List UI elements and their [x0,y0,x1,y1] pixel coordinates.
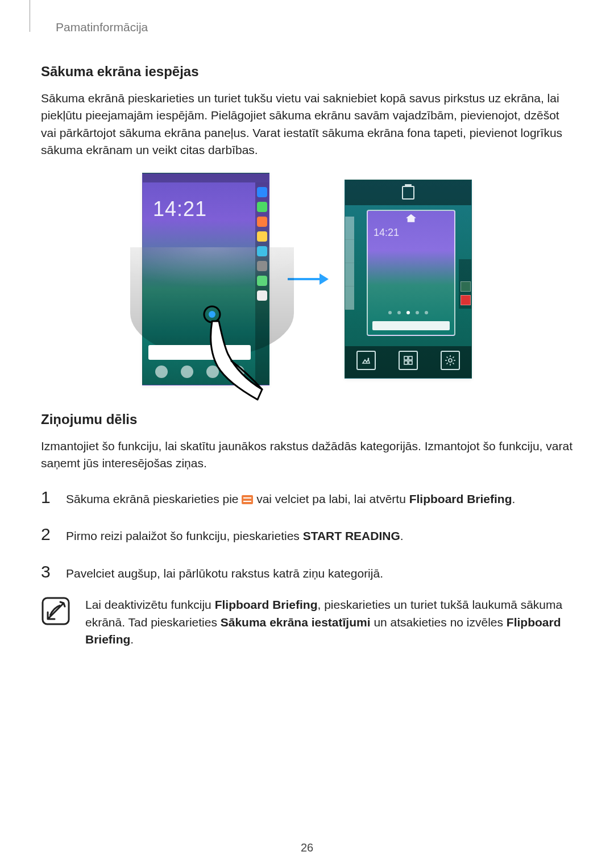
step-1: 1 Sākuma ekrānā pieskarieties pie vai ve… [41,485,573,510]
dock-icon [181,366,193,378]
note-icon [41,596,70,626]
step-number: 3 [41,559,55,584]
step-text: Pavelciet augšup, lai pārlūkotu rakstus … [66,565,383,582]
text-fragment: . [512,492,515,505]
text-bold: Flipboard Briefing [215,598,318,611]
figure-home-options: 14:21 [41,173,573,385]
edge-thumb [460,281,471,292]
top-bar [345,180,471,205]
camera-icon [257,261,267,271]
margin-rule [30,0,30,32]
step-text: Sākuma ekrānā pieskarieties pie vai velc… [66,491,515,508]
phone-clock: 14:21 [153,197,207,221]
star-icon [257,187,267,197]
wallpaper-wave [130,247,294,357]
step-2: 2 Pirmo reizi palaižot šo funkciju, pies… [41,522,573,547]
svg-rect-7 [409,356,412,360]
section-body-news: Izmantojiet šo funkciju, lai skatītu jau… [41,438,573,472]
status-bar [143,173,269,182]
search-widget [148,345,251,360]
step-number: 1 [41,485,55,510]
step-number: 2 [41,522,55,547]
svg-point-5 [368,358,370,359]
edge-panel [255,182,269,385]
svg-marker-4 [363,359,370,363]
section-heading-news: Ziņojumu dēlis [41,412,573,427]
mail-icon [257,231,267,242]
svg-rect-8 [404,361,408,364]
mini-search [372,321,450,330]
dock-icon [155,366,168,378]
phone-icon [257,202,267,212]
settings-icon [441,351,460,370]
edge-preview [459,259,471,309]
side-panel-preview [345,217,354,310]
home-icon [406,214,416,222]
svg-rect-9 [409,361,412,364]
phone-before: 14:21 [142,173,269,385]
phone-after: 14:21 [345,180,472,379]
globe-icon [257,246,267,256]
text-fragment: . [130,633,134,646]
grid-icon [257,290,267,301]
step-3: 3 Pavelciet augšup, lai pārlūkotu rakstu… [41,559,573,584]
text-fragment: vai velciet pa labi, lai atvērtu [256,492,409,505]
text-bold: START READING [303,529,400,542]
text-bold: Flipboard Briefing [409,492,512,505]
svg-line-15 [447,356,448,358]
contact-icon [257,217,267,227]
dock-icon [232,366,244,378]
svg-line-18 [447,363,448,364]
text-fragment: Sākuma ekrānā pieskarieties pie [66,492,242,505]
text-fragment: Lai deaktivizētu funkciju [85,598,215,611]
text-bold: Sākuma ekrāna iestatījumi [221,616,371,629]
svg-point-10 [449,359,452,362]
step-text: Pirmo reizi palaižot šo funkciju, pieska… [66,528,404,545]
dock-icon [206,366,219,378]
note-row: Lai deaktivizētu funkciju Flipboard Brie… [41,596,573,648]
page-number: 26 [0,841,614,854]
document-page: Pamatinformācija Sākuma ekrāna iespējas … [0,0,614,868]
wallpaper-icon [356,351,376,370]
section-heading-home-options: Sākuma ekrāna iespējas [41,64,573,80]
svg-line-16 [453,363,454,364]
svg-line-17 [453,356,454,358]
edge-thumb [460,295,471,305]
forward-icon [257,276,267,286]
text-fragment: . [400,529,404,542]
overview-toolbar [345,346,471,378]
text-fragment: Pirmo reizi palaižot šo funkciju, pieska… [66,529,303,542]
mini-clock: 14:21 [374,227,399,239]
note-text: Lai deaktivizētu funkciju Flipboard Brie… [85,596,573,648]
widgets-icon [399,351,418,370]
text-fragment: un atsakieties no izvēles [371,616,507,629]
trash-icon [402,186,414,200]
steps-list: 1 Sākuma ekrānā pieskarieties pie vai ve… [41,485,573,584]
flipboard-chip-icon [242,495,253,504]
dock-row [148,366,251,380]
breadcrumb: Pamatinformācija [56,20,573,34]
panels-overview: 14:21 [345,205,471,344]
svg-rect-6 [404,356,408,360]
page-indicator [345,311,471,318]
svg-marker-3 [320,273,329,285]
section-body-home-options: Sākuma ekrānā pieskarieties un turiet tu… [41,90,573,159]
